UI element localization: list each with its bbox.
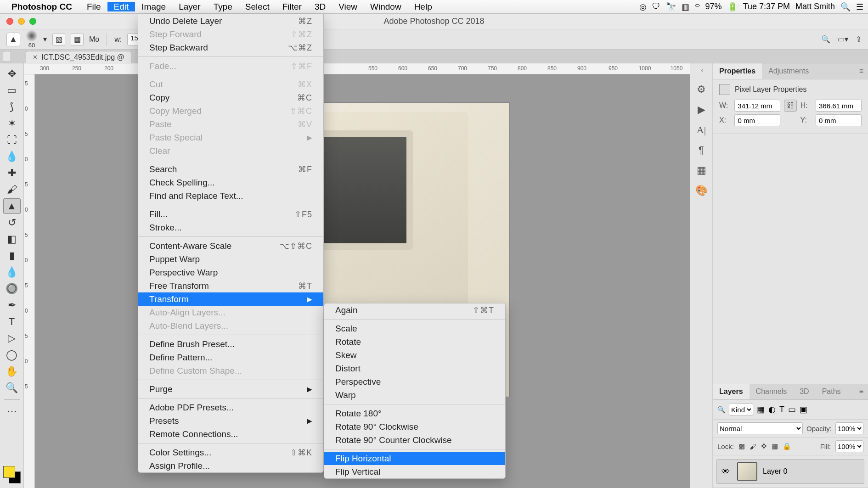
history-brush-tool[interactable]: ↺ bbox=[3, 215, 21, 230]
pen-tool[interactable]: ✒ bbox=[3, 297, 21, 313]
close-tab-icon[interactable]: ✕ bbox=[33, 54, 38, 61]
menu-item-fill[interactable]: Fill...⇧F5 bbox=[138, 208, 323, 221]
panel-menu-icon[interactable]: ≡ bbox=[855, 384, 868, 399]
menu-item-define-pattern[interactable]: Define Pattern... bbox=[138, 351, 323, 364]
menu-edit[interactable]: Edit bbox=[107, 2, 135, 11]
layer-row[interactable]: 👁 Layer 0 bbox=[716, 459, 864, 484]
menu-item-skew[interactable]: Skew bbox=[324, 348, 505, 362]
filter-pixel-icon[interactable]: ▦ bbox=[757, 404, 765, 415]
tab-properties[interactable]: Properties bbox=[713, 63, 762, 79]
tab-channels[interactable]: Channels bbox=[750, 384, 794, 399]
tab-adjustments[interactable]: Adjustments bbox=[762, 63, 815, 79]
crop-tool[interactable]: ⛶ bbox=[3, 132, 21, 148]
window-close-button[interactable] bbox=[6, 18, 13, 25]
gradient-tool[interactable]: ▮ bbox=[3, 248, 21, 264]
menu-window[interactable]: Window bbox=[364, 2, 408, 11]
filter-type-icon[interactable]: T bbox=[779, 405, 784, 415]
dodge-tool[interactable]: 🔘 bbox=[3, 281, 21, 297]
layer-thumbnail[interactable] bbox=[737, 462, 757, 481]
expand-panels-icon[interactable]: ‹‹ bbox=[701, 66, 701, 73]
tab-paths[interactable]: Paths bbox=[816, 384, 847, 399]
menu-item-again[interactable]: Again⇧⌘T bbox=[324, 303, 505, 317]
menu-item-flip-vertical[interactable]: Flip Vertical bbox=[324, 465, 505, 478]
menu-item-copy[interactable]: Copy⌘C bbox=[138, 91, 323, 104]
tab-3d[interactable]: 3D bbox=[793, 384, 815, 399]
menu-layer[interactable]: Layer bbox=[172, 2, 207, 11]
clock[interactable]: Tue 7:37 PM bbox=[743, 2, 790, 11]
menu-item-presets[interactable]: Presets▶ bbox=[138, 414, 323, 427]
brush-dropdown-icon[interactable]: ▾ bbox=[43, 35, 47, 44]
lock-transparency-icon[interactable]: ▩ bbox=[738, 442, 745, 450]
actions-play-icon[interactable]: ▶ bbox=[698, 104, 705, 116]
menu-filter[interactable]: Filter bbox=[276, 2, 308, 11]
visibility-icon[interactable]: 👁 bbox=[721, 467, 732, 477]
menu-view[interactable]: View bbox=[332, 2, 364, 11]
menu-item-warp[interactable]: Warp bbox=[324, 388, 505, 402]
sliders-icon[interactable]: ⚙ bbox=[697, 84, 706, 95]
blend-mode-select[interactable]: Normal bbox=[717, 422, 803, 434]
clone-stamp-tool[interactable]: ▲ bbox=[3, 198, 21, 214]
window-zoom-button[interactable] bbox=[29, 18, 36, 25]
filter-smart-icon[interactable]: ▣ bbox=[800, 404, 807, 415]
move-tool[interactable]: ✥ bbox=[3, 66, 21, 82]
height-input[interactable] bbox=[816, 100, 862, 112]
menu-item-perspective-warp[interactable]: Perspective Warp bbox=[138, 266, 323, 279]
marquee-tool[interactable]: ▭ bbox=[3, 83, 21, 98]
link-dimensions-icon[interactable]: ⛓ bbox=[784, 100, 796, 112]
menu-item-rotate[interactable]: Rotate bbox=[324, 335, 505, 348]
blur-tool[interactable]: 💧 bbox=[3, 264, 21, 280]
binoculars-icon[interactable]: 🔭 bbox=[666, 2, 676, 12]
color-swatches[interactable] bbox=[3, 466, 21, 483]
menu-item-flip-horizontal[interactable]: Flip Horizontal bbox=[324, 452, 505, 465]
shield-icon[interactable]: 🛡 bbox=[652, 2, 660, 11]
cc-icon[interactable]: ◎ bbox=[639, 2, 647, 12]
menu-item-rotate-90-counter-clockwise[interactable]: Rotate 90° Counter Clockwise bbox=[324, 433, 505, 447]
menu-item-step-backward[interactable]: Step Backward⌥⌘Z bbox=[138, 41, 323, 54]
menu-item-adobe-pdf-presets[interactable]: Adobe PDF Presets... bbox=[138, 401, 323, 414]
fill-select[interactable]: 100% bbox=[835, 440, 863, 452]
menu-item-transform[interactable]: Transform▶ bbox=[138, 292, 323, 306]
user-name[interactable]: Matt Smith bbox=[795, 2, 835, 11]
brush-preview[interactable] bbox=[26, 30, 38, 42]
menu-item-distort[interactable]: Distort bbox=[324, 362, 505, 375]
battery-detail-icon[interactable]: ▥ bbox=[682, 2, 689, 12]
hand-tool[interactable]: ✋ bbox=[3, 364, 21, 379]
spotlight-icon[interactable]: 🔍 bbox=[840, 2, 851, 12]
zoom-tool[interactable]: 🔍 bbox=[3, 380, 21, 396]
paragraph-icon[interactable]: ¶ bbox=[699, 144, 704, 156]
menu-item-rotate-180[interactable]: Rotate 180° bbox=[324, 407, 505, 420]
eyedropper-tool[interactable]: 💧 bbox=[3, 149, 21, 164]
menu-help[interactable]: Help bbox=[408, 2, 439, 11]
filter-shape-icon[interactable]: ▭ bbox=[788, 404, 796, 415]
menu-item-perspective[interactable]: Perspective bbox=[324, 375, 505, 388]
workspace-icon[interactable]: ▭▾ bbox=[838, 35, 848, 44]
control-center-icon[interactable]: ☰ bbox=[856, 2, 863, 12]
menu-item-scale[interactable]: Scale bbox=[324, 322, 505, 335]
menu-item-free-transform[interactable]: Free Transform⌘T bbox=[138, 279, 323, 292]
shape-tool[interactable]: ◯ bbox=[3, 347, 21, 363]
path-select-tool[interactable]: ▷ bbox=[3, 331, 21, 346]
panel-handle-icon[interactable] bbox=[3, 51, 11, 62]
menu-item-check-spelling[interactable]: Check Spelling... bbox=[138, 176, 323, 189]
menu-item-rotate-90-clockwise[interactable]: Rotate 90° Clockwise bbox=[324, 420, 505, 433]
menu-type[interactable]: Type bbox=[207, 2, 239, 11]
tab-layers[interactable]: Layers bbox=[713, 384, 750, 399]
y-input[interactable] bbox=[816, 114, 862, 126]
wifi-icon[interactable]: ⌔ bbox=[695, 2, 700, 11]
swatches-icon[interactable]: 🎨 bbox=[695, 185, 708, 196]
menu-item-color-settings[interactable]: Color Settings...⇧⌘K bbox=[138, 446, 323, 459]
opacity-select[interactable]: 100% bbox=[835, 422, 863, 434]
share-icon[interactable]: ⇪ bbox=[856, 35, 862, 44]
menu-item-undo-delete-layer[interactable]: Undo Delete Layer⌘Z bbox=[138, 14, 323, 28]
ruler-vertical[interactable]: 5050505050505 bbox=[24, 74, 35, 488]
document-tab[interactable]: ✕ ICT.DSC_4953Edit.jpg @ bbox=[26, 51, 131, 63]
grid-icon[interactable]: ▦ bbox=[697, 164, 706, 176]
x-input[interactable] bbox=[734, 114, 780, 126]
layer-name[interactable]: Layer 0 bbox=[763, 467, 787, 476]
brush-settings-icon[interactable]: ▦ bbox=[71, 33, 84, 46]
menu-item-remote-connections[interactable]: Remote Connections... bbox=[138, 427, 323, 441]
lock-all-icon[interactable]: 🔒 bbox=[783, 442, 791, 450]
menu-item-assign-profile[interactable]: Assign Profile... bbox=[138, 459, 323, 472]
menu-item-purge[interactable]: Purge▶ bbox=[138, 382, 323, 396]
healing-tool[interactable]: ✚ bbox=[3, 165, 21, 181]
